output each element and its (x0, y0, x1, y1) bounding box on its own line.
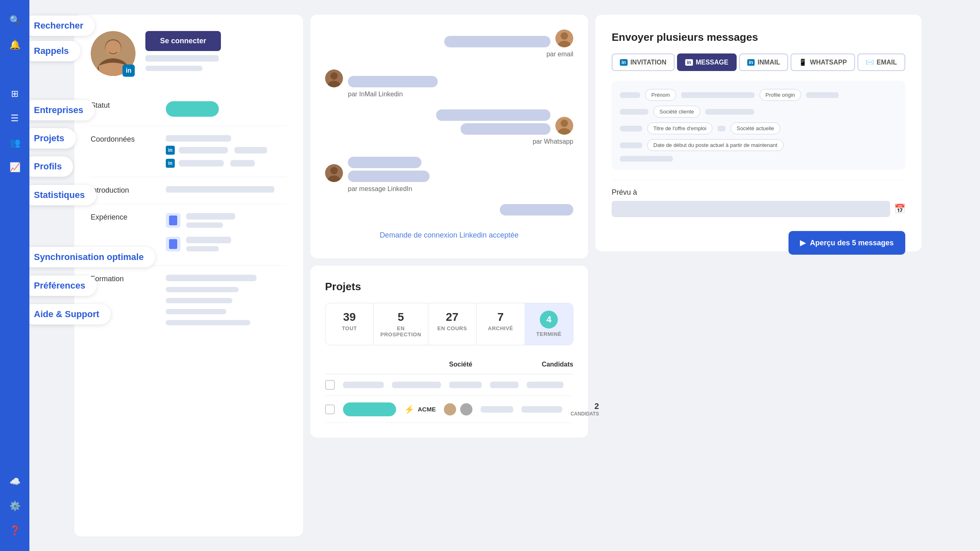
tab-inmail[interactable]: in INMAIL (739, 53, 788, 71)
formation-skeleton-5 (166, 320, 250, 325)
statut-content (166, 101, 287, 117)
exp-logo-inner-1 (169, 216, 177, 225)
var-profile-origin[interactable]: Profile origin (760, 89, 801, 101)
project-check-2[interactable] (325, 404, 335, 414)
email-thread: par email (325, 29, 573, 58)
sidebar-icon-search[interactable]: 🔍 (7, 12, 23, 29)
var-titre-offre[interactable]: Titre de l'offre d'emploi (647, 122, 713, 134)
exp-sub-2 (186, 246, 219, 251)
send-messages-panel: Envoyer plusieurs messages in INVITATION… (595, 15, 922, 251)
project-c2-skeleton-1 (527, 382, 564, 388)
lightning-icon: ⚡ (404, 404, 414, 414)
tab-invitation[interactable]: in INVITATION (612, 53, 675, 71)
project-row-2: ⚡ ACME 2 CANDIDATS (325, 396, 573, 423)
nav-item-profils[interactable]: Profils (22, 156, 73, 177)
calendar-icon[interactable]: 📅 (894, 204, 905, 214)
whatsapp-msg-row (325, 109, 573, 135)
email-bubbles (444, 36, 550, 47)
project-acme: ⚡ ACME (404, 404, 436, 414)
project-c1-skeleton-1 (490, 382, 519, 388)
connect-button[interactable]: Se connecter (145, 31, 221, 51)
cand-avatar-1 (444, 403, 456, 415)
linkedin-thread: par message LinkedIn (325, 157, 573, 193)
var-societe-cliente[interactable]: Société cliente (653, 106, 700, 118)
whatsapp-label: par Whatsapp (325, 138, 573, 145)
sidebar-icon-projets[interactable]: ☰ (7, 110, 23, 127)
sidebar-icon-profils[interactable]: 👥 (7, 135, 23, 151)
inmail-thread: par InMail Linkedin (325, 69, 573, 98)
formation-label: Formation (91, 275, 156, 283)
extra-bubble (325, 204, 573, 216)
schedule-input-row: 📅 (612, 201, 905, 217)
stat-number-archive: 7 (483, 311, 518, 324)
email-icon: ✉️ (866, 58, 874, 66)
nav-item-aide[interactable]: Aide & Support (22, 304, 111, 324)
stat-number-prospection: 5 (380, 311, 421, 324)
experience-content (166, 213, 287, 256)
var-row-1: Prénom Profile origin (620, 89, 897, 101)
name-skeleton (145, 55, 219, 62)
coord-skeleton-1 (166, 135, 231, 142)
sidebar-icon-aide[interactable]: ❓ (7, 522, 23, 539)
acme-name: ACME (418, 406, 436, 413)
header-societe: Société (449, 361, 472, 368)
nav-item-rappels[interactable]: Rappels (22, 41, 80, 61)
status-badge (166, 101, 219, 117)
project-check-1[interactable] (325, 380, 335, 390)
inmail-label: par InMail Linkedin (348, 91, 573, 98)
inmail-bubbles (348, 76, 438, 87)
stat-archive[interactable]: 7 ARCHIVÉ (477, 303, 525, 345)
nav-item-statistiques[interactable]: Statistiques (22, 185, 96, 205)
sidebar-icon-entreprises[interactable]: ⊞ (7, 86, 23, 102)
nav-item-preferences[interactable]: Préférences (22, 276, 97, 296)
profile-field-statut: Statut (91, 92, 287, 126)
sidebar-icon-rappels[interactable]: 🔔 (7, 37, 23, 53)
coord-linkedin-1 (179, 147, 228, 153)
sidebar-icon-statistiques[interactable]: 📈 (7, 159, 23, 176)
profile-field-formation: Formation (91, 266, 287, 334)
sidebar: 🔍 🔔 ⊞ ☰ 👥 📈 ☁️ ⚙️ ❓ (0, 0, 29, 551)
stat-termine[interactable]: 4 TERMINÉ (525, 303, 573, 345)
sidebar-icon-sync[interactable]: ☁️ (7, 473, 23, 490)
nav-item-projets[interactable]: Projets (22, 128, 76, 149)
chat-panel: par email (310, 15, 588, 258)
var-skeleton-3 (806, 92, 839, 98)
tab-whatsapp[interactable]: 📱 WHATSAPP (791, 53, 855, 71)
stat-prospection[interactable]: 5 EN PROSPECTION (374, 303, 428, 345)
exp-logo-2 (166, 237, 180, 251)
profile-header: in Se connecter (91, 31, 287, 78)
sidebar-icon-preferences[interactable]: ⚙️ (7, 498, 23, 514)
connection-link[interactable]: Demande de connexion Linkedin acceptée (380, 231, 519, 239)
tab-message[interactable]: in MESSAGE (677, 53, 737, 71)
project-c1-1 (490, 382, 519, 388)
candidates-label: CANDIDATS (570, 411, 599, 417)
stat-tout[interactable]: 39 TOUT (325, 303, 374, 345)
linkedin-bubble-2 (348, 171, 430, 182)
avatar-container: in (91, 31, 136, 78)
profile-header-info: Se connecter (145, 31, 287, 71)
profile-field-coordonnees: Coordonnées in in (91, 126, 287, 177)
project-societe-1 (449, 382, 482, 388)
linkedin-msg-row (325, 157, 573, 182)
formation-skeleton-3 (166, 298, 232, 303)
nav-item-sync[interactable]: Synchronisation optimale (22, 247, 155, 267)
stat-encours[interactable]: 27 EN COURS (428, 303, 477, 345)
svg-point-5 (561, 32, 568, 40)
date-input-field[interactable] (612, 201, 890, 217)
coord-row-1: in (166, 146, 287, 155)
var-skeleton-7 (717, 126, 726, 131)
exp-info-2 (186, 237, 231, 251)
tab-email-label: EMAIL (877, 59, 897, 66)
var-prenom[interactable]: Prénom (645, 89, 676, 101)
var-societe-actuelle[interactable]: Société actuelle (731, 122, 780, 134)
message-icon: in (685, 59, 693, 66)
nav-item-entreprises[interactable]: Entreprises (22, 100, 95, 120)
whatsapp-bubbles (436, 109, 550, 135)
nav-item-rechercher[interactable]: Rechercher (22, 16, 95, 36)
exp-item-2 (166, 237, 287, 251)
svg-point-14 (330, 167, 338, 174)
var-date-debut[interactable]: Date de début du poste actuel à partir d… (647, 139, 784, 151)
preview-button[interactable]: ▶ Aperçu des 5 messages (788, 231, 905, 255)
variables-container: Prénom Profile origin Société cliente Ti… (612, 81, 905, 170)
tab-email[interactable]: ✉️ EMAIL (858, 53, 905, 71)
